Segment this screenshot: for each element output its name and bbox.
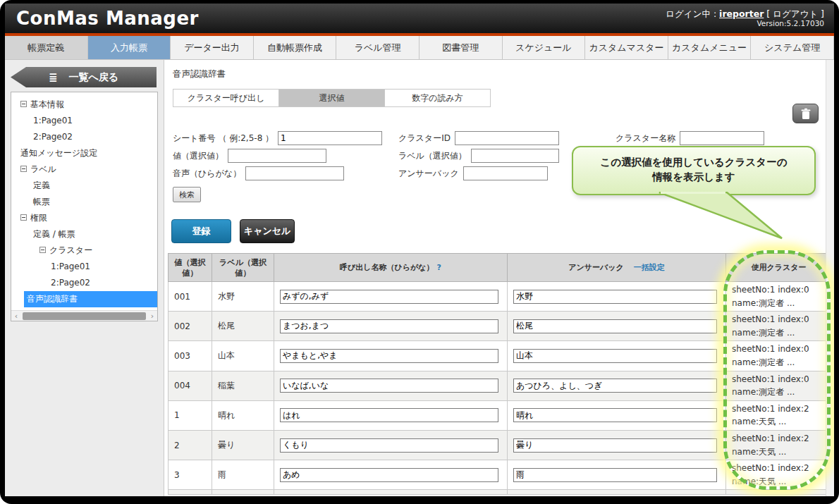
scroll-right-icon[interactable]: › bbox=[147, 311, 157, 321]
nav-tab-input-form[interactable]: 入力帳票 bbox=[88, 36, 171, 59]
tree-item-label[interactable]: ラベル bbox=[11, 161, 157, 178]
page-scrollbar[interactable] bbox=[826, 60, 834, 496]
tree-item-label-definition[interactable]: 定義 bbox=[11, 178, 157, 194]
trash-icon bbox=[800, 108, 812, 120]
col-header-answerback: アンサーバック一括設定 bbox=[508, 254, 726, 282]
tree-item-page02[interactable]: 2:Page02 bbox=[11, 129, 157, 145]
tree-item-page01[interactable]: 1:Page01 bbox=[11, 113, 157, 129]
tree-item-cluster-page01[interactable]: 1:Page01 bbox=[11, 259, 157, 275]
call-name-input[interactable] bbox=[280, 290, 498, 304]
label-cell: 晴れ bbox=[212, 400, 274, 430]
scroll-left-icon[interactable]: ‹ bbox=[11, 311, 21, 321]
collapse-icon[interactable] bbox=[20, 166, 27, 172]
used-cluster-cell[interactable]: sheetNo:1 index:0name:測定者 ... bbox=[726, 282, 832, 312]
sheet-number-input[interactable] bbox=[278, 131, 382, 145]
answerback-input[interactable] bbox=[463, 166, 548, 180]
answerback-cell-input[interactable] bbox=[513, 349, 717, 363]
subtab-selected-value[interactable]: 選択値 bbox=[279, 90, 385, 106]
back-to-list-label: 一覧へ戻る bbox=[68, 71, 118, 84]
answerback-cell-input[interactable] bbox=[513, 379, 717, 393]
help-icon[interactable]: ? bbox=[437, 263, 441, 272]
back-to-list-button[interactable]: ≣ 一覧へ戻る bbox=[11, 67, 157, 87]
nav-tab-auto-form[interactable]: 自動帳票作成 bbox=[254, 36, 337, 59]
subtab-cluster-call[interactable]: クラスター呼び出し bbox=[173, 90, 279, 106]
nav-tab-data-output[interactable]: データー出力 bbox=[171, 36, 254, 59]
page-title: 音声認識辞書 bbox=[173, 68, 834, 80]
value-cell: 002 bbox=[169, 312, 212, 341]
version-label: Version:5.2.17030 bbox=[666, 19, 824, 28]
subtab-number-reading[interactable]: 数字の読み方 bbox=[385, 90, 490, 106]
call-name-input[interactable] bbox=[280, 379, 498, 393]
used-cluster-cell[interactable]: sheetNo:1 index:0name:測定者 ... bbox=[726, 341, 832, 371]
used-cluster-cell[interactable]: sheetNo:1 index:2name:天気 ... bbox=[726, 430, 832, 460]
dictionary-subtabs: クラスター呼び出し 選択値 数字の読み方 bbox=[173, 89, 491, 107]
search-button[interactable]: 検索 bbox=[173, 187, 201, 202]
answerback-cell-input[interactable] bbox=[513, 290, 717, 304]
app-window: ConMas Manager ログイン中 : ireporter [ ログアウト… bbox=[0, 0, 839, 504]
logout-link[interactable]: [ ログアウト ] bbox=[766, 8, 824, 19]
nav-tab-custom-master[interactable]: カスタムマスター bbox=[585, 36, 668, 59]
table-row: 1 晴れ sheetNo:1 index:2name:天気 ... bbox=[169, 400, 832, 430]
register-button[interactable]: 登録 bbox=[171, 219, 231, 243]
selected-values-table: 値（選択値） ラベル（選択値） 呼び出し名称（ひらがな）? アンサーバック一括設… bbox=[168, 253, 832, 495]
nav-tab-schedule[interactable]: スケジュール bbox=[503, 36, 586, 59]
tree-item-notify-message[interactable]: 通知メッセージ設定 bbox=[11, 145, 157, 161]
login-status: ログイン中 : ireporter [ ログアウト ] bbox=[666, 8, 824, 20]
nav-tab-label-mgmt[interactable]: ラベル管理 bbox=[336, 36, 420, 59]
used-cluster-cell[interactable]: sheetNo:1 index:0name:測定者 ... bbox=[726, 371, 832, 400]
tree-item-voice-dictionary[interactable]: 音声認識辞書 bbox=[24, 291, 157, 307]
table-row: 3 雨 sheetNo:1 index:2name:天気 ... bbox=[169, 460, 832, 490]
nav-tab-library-mgmt[interactable]: 図書管理 bbox=[420, 36, 503, 59]
label-cell: 水野 bbox=[212, 282, 274, 312]
tree-horizontal-scrollbar[interactable]: ‹ › bbox=[11, 310, 157, 321]
tree-item-basic-info[interactable]: 基本情報 bbox=[11, 97, 157, 113]
table-header-row: 値（選択値） ラベル（選択値） 呼び出し名称（ひらがな）? アンサーバック一括設… bbox=[169, 254, 832, 282]
collapse-icon[interactable] bbox=[39, 247, 46, 253]
table-row: 001 水野 sheetNo:1 index:0name:測定者 ... bbox=[169, 282, 832, 312]
sheet-number-label: シート番号 （ 例:2,5-8 ） bbox=[173, 133, 274, 145]
scrollbar-thumb[interactable] bbox=[23, 312, 146, 320]
answerback-cell-input[interactable] bbox=[513, 438, 717, 453]
collapse-icon[interactable] bbox=[20, 101, 27, 107]
table-row: 2 曇り sheetNo:1 index:2name:天気 ... bbox=[169, 430, 832, 460]
used-cluster-cell[interactable]: sheetNo:1 index:2name:天気 ... bbox=[726, 400, 832, 430]
tree-item-cluster[interactable]: クラスター bbox=[11, 242, 157, 259]
label-input[interactable] bbox=[471, 149, 559, 163]
nav-tab-custom-menu[interactable]: カスタムメニュー bbox=[668, 36, 752, 59]
call-name-input[interactable] bbox=[280, 468, 498, 482]
callout-text-line2: 情報を表示します bbox=[652, 171, 735, 183]
cancel-button[interactable]: キャンセル bbox=[240, 219, 295, 243]
tree-item-cluster-page02[interactable]: 2:Page02 bbox=[11, 275, 157, 291]
cluster-name-label: クラスター名称 bbox=[616, 133, 675, 145]
call-name-input[interactable] bbox=[280, 319, 498, 333]
login-prefix-label: ログイン中 : bbox=[666, 8, 716, 19]
answerback-cell-input[interactable] bbox=[513, 319, 717, 333]
cluster-id-input[interactable] bbox=[455, 131, 559, 145]
cluster-name-input[interactable] bbox=[680, 131, 764, 145]
value-cell: 2 bbox=[169, 430, 212, 460]
nav-tab-form-definition[interactable]: 帳票定義 bbox=[5, 36, 88, 59]
tree-item-permission[interactable]: 権限 bbox=[11, 210, 157, 226]
login-info: ログイン中 : ireporter [ ログアウト ] Version:5.2.… bbox=[666, 8, 824, 29]
main-nav: 帳票定義 入力帳票 データー出力 自動帳票作成 ラベル管理 図書管理 スケジュー… bbox=[5, 36, 834, 60]
delete-button[interactable] bbox=[792, 104, 819, 123]
call-name-input[interactable] bbox=[280, 438, 498, 453]
used-cluster-cell[interactable]: sheetNo:1 index:0name:測定者 ... bbox=[726, 312, 832, 341]
voice-input[interactable] bbox=[245, 166, 344, 180]
nav-tab-system-mgmt[interactable]: システム管理 bbox=[751, 36, 834, 59]
col-header-label: ラベル（選択値） bbox=[212, 254, 274, 282]
login-user-link[interactable]: ireporter bbox=[719, 8, 764, 19]
value-input[interactable] bbox=[228, 149, 326, 163]
tree-item-label-form[interactable]: 帳票 bbox=[11, 194, 157, 210]
tree-item-permission-def-form[interactable]: 定義 / 帳票 bbox=[11, 226, 157, 242]
call-name-input[interactable] bbox=[280, 408, 498, 422]
call-name-input[interactable] bbox=[280, 349, 498, 363]
value-cell: 004 bbox=[169, 371, 212, 400]
col-header-cluster: 使用クラスター bbox=[726, 254, 832, 282]
used-cluster-cell[interactable]: sheetNo:1 index:2name:天気 ... bbox=[726, 460, 832, 490]
answerback-cell-input[interactable] bbox=[513, 468, 717, 482]
batch-set-link[interactable]: 一括設定 bbox=[634, 263, 665, 272]
answerback-cell-input[interactable] bbox=[513, 408, 717, 422]
collapse-icon[interactable] bbox=[20, 214, 27, 221]
label-label: ラベル（選択値） bbox=[398, 150, 467, 162]
